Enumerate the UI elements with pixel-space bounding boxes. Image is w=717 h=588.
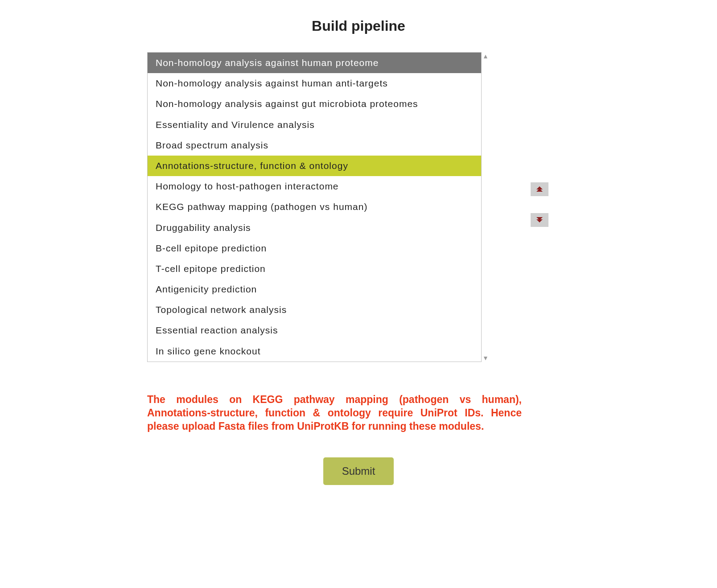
pipeline-builder: Non-homology analysis against human prot… (147, 52, 593, 362)
listbox-wrap: Non-homology analysis against human prot… (147, 52, 593, 362)
module-option[interactable]: Essentiality and Virulence analysis (148, 115, 481, 135)
module-option[interactable]: Broad spectrum analysis (148, 135, 481, 156)
move-down-button[interactable] (531, 213, 548, 227)
module-option[interactable]: Annotations-structure, function & ontolo… (148, 156, 481, 176)
scroll-up-icon[interactable]: ▲ (482, 52, 490, 60)
page-title: Build pipeline (0, 18, 717, 34)
module-option[interactable]: Non-homology analysis against human anti… (148, 73, 481, 94)
page: Build pipeline Non-homology analysis aga… (0, 0, 717, 588)
module-option[interactable]: Homology to host-pathogen interactome (148, 176, 481, 197)
scroll-down-icon[interactable]: ▼ (482, 354, 490, 362)
module-option[interactable]: Essential reaction analysis (148, 320, 481, 341)
listbox-scrollbar[interactable]: ▲ ▼ (482, 52, 490, 362)
module-option[interactable]: Antigenicity prediction (148, 279, 481, 300)
module-option[interactable]: Topological network analysis (148, 300, 481, 320)
module-option[interactable]: Druggability analysis (148, 218, 481, 238)
module-option[interactable]: T-cell epitope prediction (148, 259, 481, 279)
reorder-controls (531, 182, 548, 227)
submit-button[interactable]: Submit (323, 457, 394, 485)
double-chevron-down-icon (536, 219, 543, 222)
module-option[interactable]: In silico gene knockout (148, 341, 481, 362)
double-chevron-up-icon (536, 189, 543, 192)
move-up-button[interactable] (531, 182, 548, 196)
module-option[interactable]: Non-homology analysis against gut microb… (148, 94, 481, 114)
module-option[interactable]: KEGG pathway mapping (pathogen vs human) (148, 197, 481, 217)
module-listbox[interactable]: Non-homology analysis against human prot… (147, 52, 482, 362)
module-option[interactable]: Non-homology analysis against human prot… (148, 53, 481, 73)
module-option[interactable]: B-cell epitope prediction (148, 238, 481, 259)
submit-wrap: Submit (0, 457, 717, 485)
warning-text: The modules on KEGG pathway mapping (pat… (147, 393, 522, 433)
